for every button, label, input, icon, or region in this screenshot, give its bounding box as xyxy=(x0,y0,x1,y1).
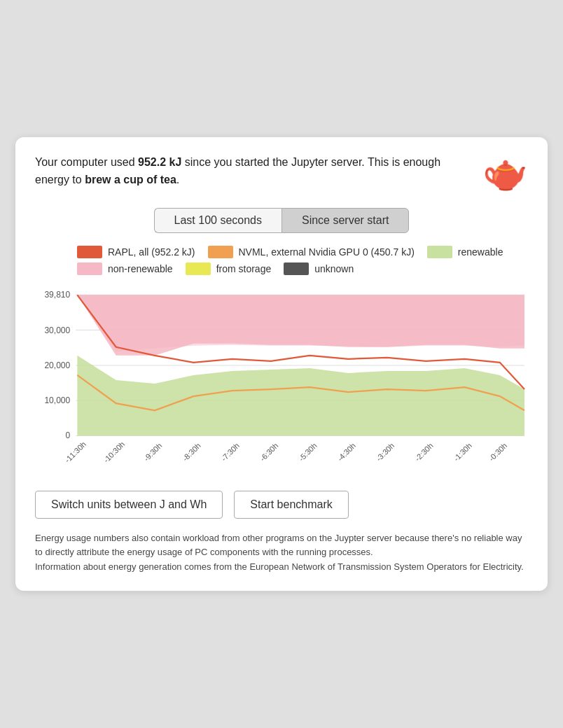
footer-text: Energy usage numbers also contain worklo… xyxy=(35,531,528,573)
legend-swatch-unknown xyxy=(284,262,309,275)
legend-unknown: unknown xyxy=(284,262,354,275)
footer-line1: Energy usage numbers also contain worklo… xyxy=(35,533,522,557)
legend-from-storage: from storage xyxy=(186,262,272,275)
svg-text:30,000: 30,000 xyxy=(44,326,70,335)
legend-label-unknown: unknown xyxy=(314,263,354,274)
footer-line2: Information about energy generation come… xyxy=(35,561,524,572)
svg-text:-3:30h: -3:30h xyxy=(375,442,396,463)
svg-text:-8:30h: -8:30h xyxy=(181,442,202,463)
legend-label-non-renewable: non-renewable xyxy=(108,263,173,274)
legend-swatch-non-renewable xyxy=(77,262,102,275)
svg-text:-1:30h: -1:30h xyxy=(452,442,473,463)
tab-since-server-start[interactable]: Since server start xyxy=(282,208,409,233)
header-row: Your computer used 952.2 kJ since you st… xyxy=(35,154,528,194)
chart-container: 39,810 30,000 20,000 10,000 0 -11:30h xyxy=(35,282,528,478)
svg-text:-10:30h: -10:30h xyxy=(102,440,126,465)
svg-text:-9:30h: -9:30h xyxy=(142,442,164,463)
header-text: Your computer used 952.2 kJ since you st… xyxy=(35,154,441,189)
legend-renewable: renewable xyxy=(427,246,503,258)
svg-text:39,810: 39,810 xyxy=(44,290,70,300)
svg-marker-12 xyxy=(77,356,524,436)
legend-label-nvml: NVML, external Nvidia GPU 0 (450.7 kJ) xyxy=(239,246,415,258)
svg-text:-6:30h: -6:30h xyxy=(258,442,280,463)
main-card: Your computer used 952.2 kJ since you st… xyxy=(15,137,548,590)
legend-non-renewable: non-renewable xyxy=(77,262,173,275)
svg-text:-2:30h: -2:30h xyxy=(413,442,435,463)
legend-swatch-rapl xyxy=(77,246,102,258)
legend-swatch-nvml xyxy=(208,246,233,258)
svg-text:-4:30h: -4:30h xyxy=(335,442,357,463)
legend-label-renewable: renewable xyxy=(458,246,503,258)
switch-units-button[interactable]: Switch units between J and Wh xyxy=(35,491,223,519)
start-benchmark-button[interactable]: Start benchmark xyxy=(234,491,348,519)
legend-nvml: NVML, external Nvidia GPU 0 (450.7 kJ) xyxy=(208,246,415,258)
svg-text:-0:30h: -0:30h xyxy=(487,442,509,463)
tab-last-100-seconds[interactable]: Last 100 seconds xyxy=(154,208,282,233)
legend-swatch-storage xyxy=(186,262,211,275)
chart-svg: 39,810 30,000 20,000 10,000 0 -11:30h xyxy=(35,282,528,478)
svg-text:-5:30h: -5:30h xyxy=(297,442,319,463)
svg-text:0: 0 xyxy=(66,431,71,441)
legend-swatch-renewable xyxy=(427,246,452,258)
legend: RAPL, all (952.2 kJ) NVML, external Nvid… xyxy=(35,246,528,275)
legend-label-rapl: RAPL, all (952.2 kJ) xyxy=(108,246,195,258)
action-row: Switch units between J and Wh Start benc… xyxy=(35,491,528,519)
svg-marker-11 xyxy=(77,295,524,352)
svg-text:-7:30h: -7:30h xyxy=(219,442,241,463)
svg-text:10,000: 10,000 xyxy=(44,396,70,405)
tabs-row: Last 100 seconds Since server start xyxy=(35,208,528,233)
svg-text:20,000: 20,000 xyxy=(44,360,70,370)
legend-label-storage: from storage xyxy=(216,263,272,274)
svg-text:-11:30h: -11:30h xyxy=(63,440,88,465)
legend-rapl: RAPL, all (952.2 kJ) xyxy=(77,246,195,258)
teapot-icon: 🫖 xyxy=(482,151,528,194)
